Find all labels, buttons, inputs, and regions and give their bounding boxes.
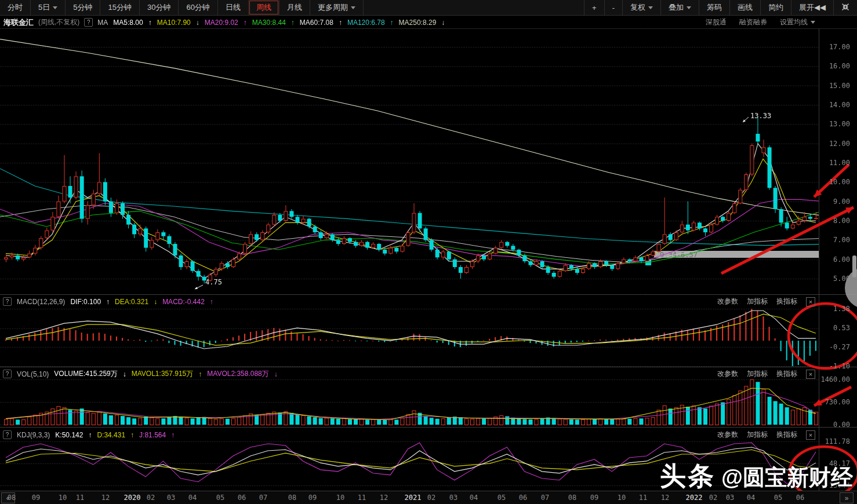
help-icon[interactable]: ? <box>3 297 12 306</box>
period-button-0[interactable]: 分时 <box>0 0 31 15</box>
stock-info-bar: 海联金汇 (周线,不复权) ? MAMA5:8.00↑MA10:7.90↓MA2… <box>0 16 819 29</box>
switch-indicator-link[interactable]: 换指标 <box>776 369 797 379</box>
time-axis-label: 11 <box>358 494 366 502</box>
caret-down-icon <box>53 6 57 9</box>
market-links: 深股通融资融券设置均线 <box>706 17 815 27</box>
caret-down-icon <box>811 21 815 24</box>
tool-button-5[interactable]: 画线 <box>729 0 760 15</box>
hk-connect-link[interactable]: 深股通 <box>706 17 727 27</box>
tool-button-2[interactable]: 复权 <box>622 0 660 15</box>
button-label: 筹码 <box>707 2 722 13</box>
price-axis-label: 11.00 <box>820 159 850 167</box>
macd-axis-label: 1.38 <box>820 305 850 313</box>
tool-button-6[interactable]: 简约 <box>760 0 791 15</box>
button-label: 画线 <box>738 2 753 13</box>
price-axis-label: 16.00 <box>820 62 850 70</box>
tool-button-4[interactable]: 筹码 <box>699 0 729 15</box>
period-button-6[interactable]: 日线 <box>218 0 249 15</box>
button-label: 叠加 <box>669 2 684 13</box>
time-axis-label: 09 <box>590 494 598 502</box>
indicator-value: MACD:-0.442 <box>162 298 205 306</box>
macd-panel-header: ?MACD(12,26,9)DIF:0.100↑DEA:0.321↓MACD:-… <box>0 295 819 308</box>
tool-button-1[interactable]: - <box>604 0 622 15</box>
button-label: 15分钟 <box>108 2 131 13</box>
price-axis-label: 14.00 <box>820 101 850 109</box>
change-params-link[interactable]: 改参数 <box>717 369 738 379</box>
price-axis-label: 10.00 <box>820 178 850 186</box>
time-axis-label: 07 <box>259 494 267 502</box>
indicator-value: ↑ <box>148 19 152 27</box>
ma-settings-link[interactable]: 设置均线 <box>780 17 815 27</box>
time-axis-label: 10 <box>336 494 344 502</box>
help-icon[interactable]: ? <box>3 370 12 378</box>
time-axis-label: 09 <box>32 494 40 502</box>
time-axis-label: 12 <box>661 494 669 502</box>
switch-indicator-link[interactable]: 换指标 <box>776 297 797 306</box>
tool-button-8[interactable] <box>833 0 857 15</box>
macd-panel-actions: 改参数加指标换指标× <box>717 297 815 306</box>
period-button-1[interactable]: 5日 <box>31 0 66 15</box>
add-indicator-link[interactable]: 加指标 <box>747 430 768 440</box>
tool-button-7[interactable]: 展开◀◀ <box>791 0 833 15</box>
price-axis-label: 6.00 <box>820 255 850 264</box>
period-button-3[interactable]: 15分钟 <box>100 0 139 15</box>
indicator-value: ↑ <box>390 19 394 27</box>
button-label: 周线 <box>256 2 271 13</box>
tool-button-3[interactable]: 叠加 <box>660 0 699 15</box>
indicator-value: ↑ <box>291 19 295 27</box>
chart-mode-label: (周线,不复权) <box>38 17 79 27</box>
period-button-9[interactable]: 更多周期 <box>310 0 364 15</box>
change-params-link[interactable]: 改参数 <box>717 430 738 440</box>
time-axis-label: 12 <box>380 494 388 502</box>
add-indicator-link[interactable]: 加指标 <box>747 297 768 306</box>
period-button-4[interactable]: 30分钟 <box>140 0 179 15</box>
price-axis-label: 7.00 <box>820 236 850 244</box>
time-axis-label: 11 <box>76 494 84 502</box>
macd-axis-label: -1.10 <box>820 362 850 370</box>
margin-link[interactable]: 融资融券 <box>739 17 767 27</box>
close-panel-button[interactable]: × <box>806 430 815 440</box>
price-axis-label: 15.00 <box>820 82 850 90</box>
price-axis-label: 12.00 <box>820 140 850 148</box>
switch-indicator-link[interactable]: 换指标 <box>776 430 797 440</box>
change-params-link[interactable]: 改参数 <box>717 297 738 306</box>
indicator-value: ↓ <box>154 298 157 306</box>
button-label: 30分钟 <box>147 2 170 13</box>
indicator-value: ↓ <box>123 370 126 378</box>
button-label: - <box>612 3 615 12</box>
period-button-5[interactable]: 60分钟 <box>179 0 217 15</box>
period-toolbar: 分时5日5分钟15分钟30分钟60分钟日线周线月线更多周期 +-复权叠加筹码画线… <box>0 0 857 16</box>
kdj-panel-actions: 改参数加指标换指标× <box>717 430 815 440</box>
time-axis-label: 05 <box>774 494 782 502</box>
period-button-2[interactable]: 5分钟 <box>66 0 100 15</box>
caret-down-icon <box>687 6 691 9</box>
vol-axis-label: 0.00 <box>820 421 850 429</box>
indicator-value: ↓ <box>274 370 278 378</box>
collapse-icon <box>841 3 849 13</box>
indicator-value: DIF:0.100 <box>70 298 101 306</box>
panel-splitter-handle[interactable] <box>852 255 856 277</box>
close-panel-button[interactable]: × <box>806 297 815 306</box>
indicator-value: MA250:8.29 <box>399 19 437 27</box>
time-axis-label: 10 <box>59 494 67 502</box>
vol-axis-label: 730.00 <box>820 398 850 406</box>
caret-down-icon <box>648 6 653 9</box>
add-indicator-link[interactable]: 加指标 <box>747 369 768 379</box>
help-icon[interactable]: ? <box>84 18 93 27</box>
help-icon[interactable]: ? <box>3 430 12 439</box>
tool-button-0[interactable]: + <box>584 0 604 15</box>
close-panel-button[interactable]: × <box>806 370 815 379</box>
period-button-8[interactable]: 月线 <box>279 0 310 15</box>
indicator-value: ↑ <box>130 431 134 439</box>
scroll-right-button[interactable]: » <box>840 492 854 503</box>
button-label: 分时 <box>8 2 23 13</box>
time-axis-label: 04 <box>470 494 478 502</box>
price-axis-label: 5.00 <box>820 275 850 283</box>
time-axis-label: 05 <box>498 494 506 502</box>
period-button-7[interactable]: 周线 <box>249 0 279 15</box>
indicator-value: MA120:6.78 <box>347 19 385 27</box>
time-axis-label: 02 <box>147 494 155 502</box>
time-axis-label: 09 <box>308 494 317 502</box>
price-axis-label: 17.00 <box>820 43 850 51</box>
button-label: 日线 <box>226 2 241 13</box>
